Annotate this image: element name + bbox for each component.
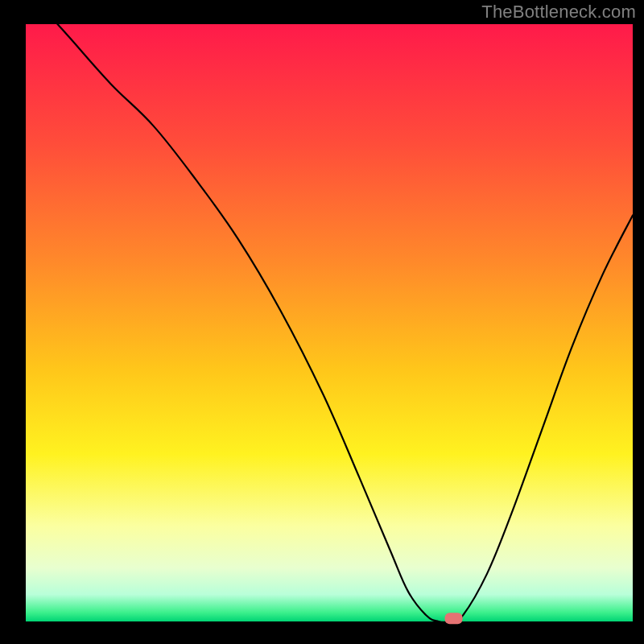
watermark-label: TheBottleneck.com (481, 2, 636, 23)
chart-frame: TheBottleneck.com (0, 0, 644, 644)
optimum-marker (445, 613, 463, 624)
plot-background (26, 24, 633, 621)
bottleneck-chart (0, 0, 644, 644)
